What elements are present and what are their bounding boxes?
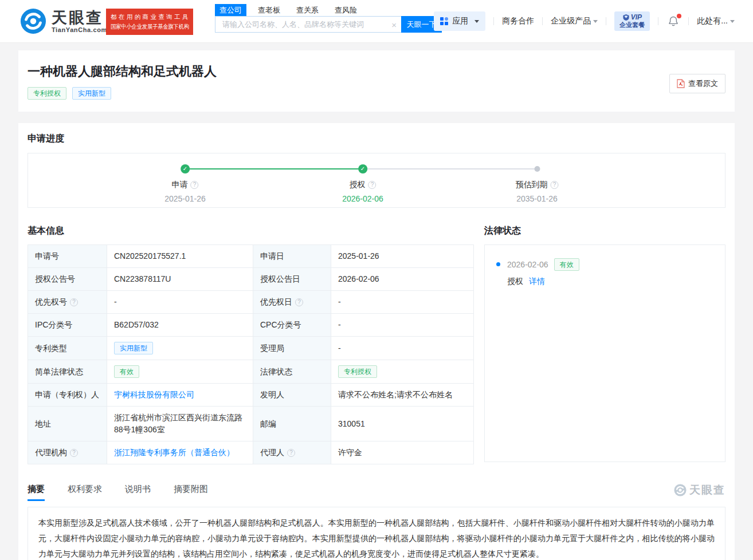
cell-label: 邮编 [253,407,331,441]
table-row-patent-type: 专利类型 实用新型 受理局 - [28,337,474,360]
patent-detail-card: 申请进度 ✓ 申请 ? 2025-01-26 ✓ 授权 ? 2026-02-06… [18,123,735,560]
search-tab-company[interactable]: 查公司 [215,4,246,16]
legal-status-title: 法律状态 [484,226,725,235]
basic-info-table: 申请号 CN202520175527.1 申请日 2025-01-26 授权公告… [28,244,474,464]
view-original-label: 查看原文 [688,78,718,89]
cell-value: - [331,314,474,337]
divider [606,17,606,25]
chevron-down-icon [474,20,479,23]
brand-domain: TianYanCha.com [52,26,107,33]
cell-value: CN202520175527.1 [107,245,253,268]
cell-label: IPC分类号 [28,314,107,337]
tag-patent-granted: 专利授权 [338,365,377,378]
cell-label: 优先权日 [260,296,292,308]
divider [493,17,494,25]
tab-claims[interactable]: 权利要求 [68,484,102,501]
cell-label: 专利类型 [28,337,107,360]
cell-value: 许守金 [331,441,474,464]
apps-menu-button[interactable]: 应用 [434,11,485,31]
table-row-applicant: 申请（专利权）人 宇树科技股份有限公司 发明人 请求不公布姓名;请求不公布姓名 [28,384,474,407]
step-date: 2035-01-26 [516,194,559,203]
help-icon[interactable]: ? [551,181,559,189]
cell-label: 代理机构 [35,447,67,459]
cell-label: 简单法律状态 [28,360,107,384]
view-original-button[interactable]: 查看原文 [669,74,725,93]
patent-title: 一种机器人腿部结构和足式机器人 [28,64,725,80]
clear-icon[interactable]: × [391,20,397,29]
tianyancha-watermark-icon [674,484,687,496]
table-row-priority: 优先权号? - 优先权日? - [28,291,474,314]
search-tab-relation[interactable]: 查关系 [292,4,323,16]
table-row-address: 地址 浙江省杭州市滨江区西兴街道东流路88号1幢306室 邮编 310051 [28,407,474,441]
legal-status-date: 2026-02-06 [507,260,548,269]
cell-value: 浙江省杭州市滨江区西兴街道东流路88号1幢306室 [107,407,253,441]
legal-status-section: 法律状态 2026-02-06 有效 授权 详情 [484,226,725,464]
apps-label: 应用 [452,16,468,26]
progress-section-title: 申请进度 [28,133,725,143]
cell-label: 授权公告日 [253,268,331,291]
help-icon[interactable]: ? [70,298,78,306]
applicant-link[interactable]: 宇树科技股份有限公司 [114,390,194,399]
cell-value: - [107,291,253,314]
legal-status-action: 授权 [507,277,523,286]
tianyancha-watermark: 天眼查 [674,483,725,501]
cell-label: 发明人 [253,384,331,407]
search-tab-boss[interactable]: 查老板 [253,4,285,16]
help-icon[interactable]: ? [295,298,303,306]
bullet-icon [496,262,500,266]
cell-label: 代理人 [260,447,284,459]
nav-business-cooperation[interactable]: 商务合作 [502,16,534,26]
tab-abstract[interactable]: 摘要 [28,484,45,501]
cell-value: B62D57/032 [107,314,253,337]
tianyancha-logo-icon [20,8,46,34]
agency-link[interactable]: 浙江翔隆专利事务所（普通合伙） [114,448,234,457]
divider [688,17,689,25]
help-icon[interactable]: ? [368,181,376,189]
help-icon[interactable]: ? [191,181,199,189]
search-tab-risk[interactable]: 查风险 [330,4,362,16]
vip-shield-icon [623,14,629,21]
slogan-line-2: 国家中小企业发展子基金旗下机构 [111,22,178,31]
site-logo[interactable]: 天眼查 TianYanCha.com [20,8,107,34]
patent-tags: 专利授权 实用新型 [28,87,725,100]
tag-valid: 有效 [114,365,139,378]
vip-package-badge[interactable]: VIP 企业套餐 [614,11,650,31]
tab-description[interactable]: 说明书 [125,484,151,501]
patent-title-card: 一种机器人腿部结构和足式机器人 专利授权 实用新型 查看原文 [18,50,735,112]
step-label: 申请 [172,180,188,190]
tab-abstract-figure[interactable]: 摘要附图 [174,484,208,501]
cell-value: - [331,291,474,314]
enterprise-label: 企业级产品 [551,16,591,26]
site-header: 天眼查 TianYanCha.com 都在用的商业查询工具 国家中小企业发展子基… [0,0,753,43]
cell-label: CPC分类号 [253,314,331,337]
detail-tabs: 摘要 权利要求 说明书 摘要附图 天眼查 [28,483,725,501]
cell-value: 310051 [331,407,474,441]
legal-status-panel: 2026-02-06 有效 授权 详情 [484,244,725,462]
table-row-classification: IPC分类号 B62D57/032 CPC分类号 - [28,314,474,337]
check-icon: ✓ [358,164,367,173]
cell-label: 法律状态 [253,360,331,384]
step-label: 预估到期 [516,180,548,190]
table-row-agency: 代理机构? 浙江翔隆专利事务所（普通合伙） 代理人? 许守金 [28,441,474,464]
tag-valid: 有效 [554,258,579,271]
help-icon[interactable]: ? [70,449,78,457]
nav-more-menu[interactable]: 此处有... [697,16,735,26]
search-tabs: 查公司 查老板 查关系 查风险 [215,4,442,16]
abstract-text: 本实用新型涉及足式机器人技术领域，公开了一种机器人腿部结构和足式机器人。本实用新… [38,515,715,560]
cell-label: 地址 [28,407,107,441]
notification-dot [677,14,681,18]
timeline-segment-pending [363,168,537,169]
divider [542,17,543,25]
watermark-text: 天眼查 [689,483,725,498]
help-icon[interactable]: ? [287,449,295,457]
search-input[interactable] [215,16,401,33]
notification-bell-icon[interactable] [668,15,679,27]
timeline-step-estimated-expiry: 预估到期 ? 2035-01-26 [516,164,559,203]
brand-name: 天眼查 [52,10,107,26]
more-label: 此处有... [697,16,728,26]
cell-value: - [331,337,474,360]
chevron-down-icon [593,20,598,23]
nav-enterprise-products[interactable]: 企业级产品 [551,16,598,26]
legal-detail-link[interactable]: 详情 [529,277,545,286]
step-date: 2025-01-26 [164,194,206,203]
